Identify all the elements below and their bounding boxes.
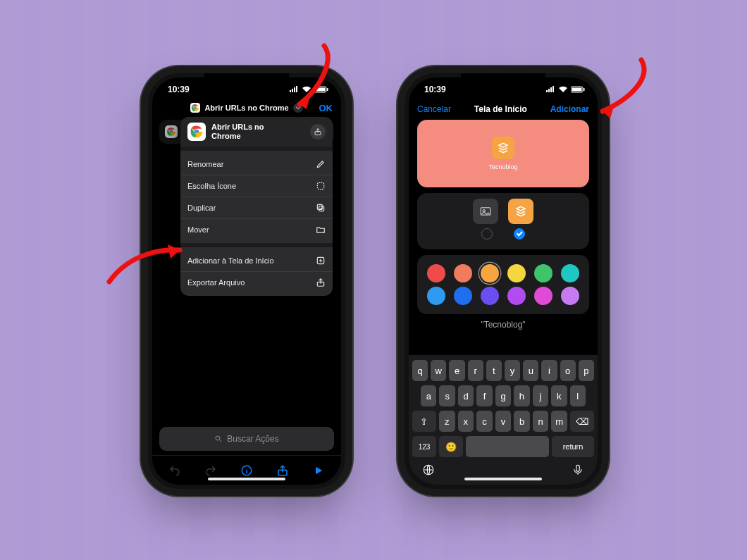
expand-title-button[interactable] bbox=[293, 103, 303, 113]
svg-rect-20 bbox=[584, 88, 585, 91]
svg-rect-24 bbox=[576, 465, 580, 471]
color-swatch[interactable] bbox=[427, 264, 445, 282]
key[interactable]: w bbox=[431, 360, 446, 381]
svg-rect-19 bbox=[572, 88, 582, 92]
svg-rect-10 bbox=[317, 182, 323, 189]
search-actions[interactable]: Buscar Ações bbox=[159, 427, 334, 451]
color-swatch[interactable] bbox=[534, 287, 552, 305]
home-icon-preview: Tecnoblog bbox=[417, 120, 589, 187]
chrome-icon bbox=[190, 103, 200, 113]
status-time: 10:39 bbox=[424, 85, 446, 94]
background-pattern bbox=[0, 0, 747, 560]
key[interactable]: j bbox=[533, 385, 548, 406]
color-swatch[interactable] bbox=[534, 264, 552, 282]
option-glyph-radio[interactable] bbox=[514, 228, 525, 239]
color-grid bbox=[417, 255, 589, 314]
option-photo-radio[interactable] bbox=[481, 228, 493, 239]
key[interactable]: y bbox=[505, 360, 520, 381]
status-indicators bbox=[545, 86, 585, 93]
globe-key[interactable] bbox=[422, 463, 435, 479]
key[interactable]: a bbox=[421, 385, 436, 406]
pencil-icon bbox=[316, 159, 326, 169]
key[interactable]: ⌫ bbox=[570, 411, 594, 432]
key[interactable]: l bbox=[570, 385, 586, 406]
color-swatch[interactable] bbox=[454, 264, 472, 282]
sheet-title: Tela de Início bbox=[474, 104, 527, 114]
ok-button[interactable]: OK bbox=[319, 103, 333, 113]
choose-glyph-option[interactable] bbox=[508, 199, 533, 224]
key[interactable]: c bbox=[476, 411, 493, 432]
search-placeholder: Buscar Ações bbox=[227, 434, 278, 444]
phone-left: 10:39 Abrir URLs no Chrome bbox=[148, 73, 345, 489]
add-button[interactable]: Adicionar bbox=[550, 104, 589, 114]
key[interactable]: u bbox=[523, 360, 538, 381]
key[interactable]: g bbox=[495, 385, 511, 406]
key[interactable]: i bbox=[541, 360, 557, 381]
key[interactable]: m bbox=[551, 411, 567, 432]
key[interactable]: ⇧ bbox=[412, 411, 436, 432]
keyboard: qwertyuiop asdfghjkl ⇧zxcvbnm⌫ 123🙂retur… bbox=[409, 355, 598, 485]
folder-icon bbox=[316, 225, 326, 235]
key[interactable]: r bbox=[468, 360, 483, 381]
color-swatch[interactable] bbox=[507, 264, 526, 282]
menu-choose-icon[interactable]: Escolha Ícone bbox=[180, 175, 333, 197]
menu-move[interactable]: Mover bbox=[180, 218, 333, 240]
key[interactable]: e bbox=[449, 360, 464, 381]
search-icon bbox=[214, 435, 223, 443]
key[interactable]: 123 bbox=[412, 436, 436, 457]
menu-export-file[interactable]: Exportar Arquivo bbox=[180, 271, 333, 293]
add-to-home-icon bbox=[316, 256, 326, 266]
menu-rename[interactable]: Renomear bbox=[180, 154, 333, 175]
color-swatch[interactable] bbox=[454, 287, 472, 305]
share-button[interactable] bbox=[310, 124, 326, 139]
export-icon bbox=[316, 278, 326, 287]
shortcut-title: Abrir URLs no Chrome bbox=[204, 104, 288, 112]
color-swatch[interactable] bbox=[481, 264, 499, 282]
key[interactable]: h bbox=[514, 385, 529, 406]
space-key[interactable] bbox=[466, 436, 549, 457]
key[interactable]: x bbox=[458, 411, 474, 432]
key[interactable]: d bbox=[458, 385, 474, 406]
svg-rect-2 bbox=[327, 88, 328, 91]
quicktype-suggestion[interactable]: "Tecnoblog" bbox=[481, 320, 525, 330]
shortcut-options-popover: Abrir URLs noChrome Renomear bbox=[180, 117, 333, 296]
key[interactable]: s bbox=[439, 385, 455, 406]
menu-duplicate[interactable]: Duplicar bbox=[180, 197, 333, 218]
color-swatch[interactable] bbox=[427, 287, 445, 305]
key[interactable]: t bbox=[486, 360, 502, 381]
home-indicator[interactable] bbox=[208, 478, 285, 480]
notch bbox=[204, 73, 289, 89]
color-swatch[interactable] bbox=[561, 287, 579, 305]
run-button[interactable] bbox=[309, 461, 328, 480]
app-icon-icon bbox=[316, 181, 326, 191]
key[interactable]: f bbox=[476, 385, 492, 406]
status-time: 10:39 bbox=[168, 85, 190, 94]
key[interactable]: v bbox=[495, 411, 512, 432]
key[interactable]: o bbox=[560, 360, 576, 381]
mic-key[interactable] bbox=[572, 463, 584, 479]
notch bbox=[461, 73, 545, 89]
undo-button[interactable] bbox=[165, 461, 185, 480]
key[interactable]: k bbox=[551, 385, 567, 406]
home-indicator[interactable] bbox=[464, 478, 542, 480]
svg-marker-27 bbox=[603, 104, 615, 118]
key[interactable]: z bbox=[439, 411, 455, 432]
cancel-button[interactable]: Cancelar bbox=[417, 104, 451, 114]
preview-app-name[interactable]: Tecnoblog bbox=[488, 163, 517, 170]
quicktype-bar[interactable]: "Tecnoblog" bbox=[409, 314, 598, 331]
duplicate-icon bbox=[316, 203, 326, 213]
color-swatch[interactable] bbox=[507, 287, 526, 305]
color-swatch[interactable] bbox=[561, 264, 579, 282]
menu-add-to-home[interactable]: Adicionar à Tela de Início bbox=[180, 250, 333, 271]
key[interactable]: b bbox=[514, 411, 530, 432]
status-indicators bbox=[289, 86, 328, 93]
icon-picker bbox=[417, 193, 589, 249]
preview-app-icon bbox=[492, 137, 514, 159]
key[interactable]: 🙂 bbox=[439, 436, 463, 457]
choose-photo-option[interactable] bbox=[473, 199, 498, 224]
key[interactable]: n bbox=[533, 411, 549, 432]
key[interactable]: return bbox=[552, 436, 594, 457]
key[interactable]: q bbox=[412, 360, 428, 381]
color-swatch[interactable] bbox=[481, 287, 499, 305]
key[interactable]: p bbox=[579, 360, 594, 381]
